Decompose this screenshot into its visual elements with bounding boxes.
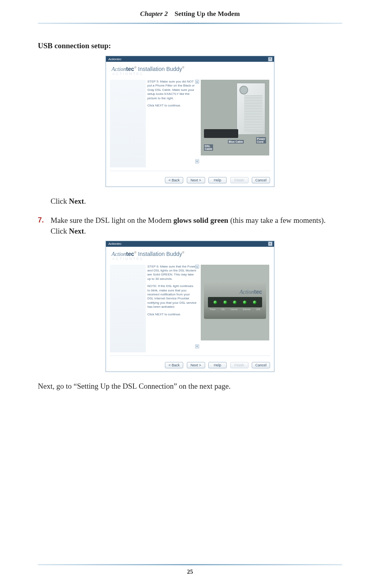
label-blue-cable: Blue Cable (228, 140, 244, 144)
wizard-step5: Actiontec ✕ Actiontec® Installation Budd… (106, 56, 274, 187)
cancel-button[interactable]: Cancel (252, 362, 270, 368)
chapter-label: Chapter 2 (140, 10, 168, 18)
led-ethernet (243, 301, 247, 304)
step5-continue: Click NEXT to continue. (147, 104, 197, 108)
wizard-image: Actiontec Power DSL Internet Ethernet US… (201, 265, 269, 340)
scroll-down-icon[interactable]: ▾ (195, 344, 199, 348)
wizard-titlebar: Actiontec ✕ (106, 56, 274, 62)
led-power (214, 301, 217, 304)
help-button[interactable]: Help (208, 362, 227, 368)
page-number: 25 (38, 568, 342, 575)
product-name: Installation Buddy (137, 66, 182, 72)
titlebar-brand: Actiontec (108, 57, 121, 61)
wizard-titlebar: Actiontec ✕ (106, 241, 274, 247)
label-power-cord: Power Cord (256, 137, 266, 144)
scroll-up-icon[interactable]: ▴ (195, 265, 199, 269)
finish-button: Finish (230, 362, 249, 368)
step6-note: NOTE: If the DSL light continues to blin… (147, 284, 197, 309)
logo-shadow: ACTIONTEC (112, 72, 270, 76)
back-button[interactable]: < Back (165, 177, 183, 183)
led-usb (253, 301, 257, 304)
finish-button: Finish (230, 177, 249, 183)
label-dsl-cable: DSL Cable (204, 144, 213, 151)
modem-graphic (204, 129, 238, 138)
step6-continue: Click NEXT to continue. (147, 313, 197, 317)
cancel-button[interactable]: Cancel (252, 177, 270, 183)
footer-rule (38, 564, 342, 565)
close-icon[interactable]: ✕ (268, 242, 272, 246)
section-heading: USB connection setup: (38, 41, 342, 50)
click-next-1: Click Next. (51, 196, 342, 207)
wizard-step6: Actiontec ✕ Actiontec® Installation Budd… (106, 241, 274, 372)
logo-italic: Action (112, 66, 126, 72)
chapter-header: Chapter 2 Setting Up the Modem (38, 10, 342, 23)
help-button[interactable]: Help (208, 177, 227, 183)
wizard-footer: < Back Next > Help Finish Cancel (106, 173, 274, 187)
wizard-header: Actiontec® Installation Buddy® ACTIONTEC (106, 247, 274, 264)
step5-text: STEP 5: Make sure you did NOT put a Phon… (147, 80, 197, 100)
titlebar-brand: Actiontec (108, 242, 121, 246)
step-7: 7. Make sure the DSL light on the Modem … (38, 215, 342, 237)
step-7-text: Make sure the DSL light on the Modem glo… (51, 215, 342, 237)
led-internet (233, 301, 237, 304)
logo-bold: tec (126, 66, 134, 72)
wizard-footer: < Back Next > Help Finish Cancel (106, 358, 274, 372)
back-button[interactable]: < Back (165, 362, 183, 368)
close-icon[interactable]: ✕ (268, 57, 272, 61)
scroll-down-icon[interactable]: ▾ (195, 159, 199, 163)
wizard-instructions: ▴ STEP 5: Make sure you did NOT put a Ph… (146, 80, 198, 167)
closing-text: Next, go to “Setting Up the DSL Connecti… (38, 381, 342, 392)
wizard-image: Blue Cable Power Cord DSL Cable (201, 80, 269, 155)
wizard-header: Actiontec® Installation Buddy® ACTIONTEC (106, 62, 274, 79)
wizard-sidebar (110, 265, 146, 352)
wizard-sidebar (110, 80, 146, 167)
scroll-up-icon[interactable]: ▴ (195, 80, 199, 84)
pc-tower-graphic (237, 83, 265, 135)
wizard-instructions: ▴ STEP 6: Make sure that the Power and D… (146, 265, 198, 352)
next-button[interactable]: Next > (187, 362, 205, 368)
next-button[interactable]: Next > (187, 177, 205, 183)
header-rule (38, 23, 342, 24)
chapter-title: Setting Up the Modem (174, 10, 240, 18)
led-dsl (223, 301, 227, 304)
modem-front-graphic: Actiontec Power DSL Internet Ethernet US… (204, 281, 266, 319)
step6-text: STEP 6: Make sure that the Power and DSL… (147, 265, 197, 281)
page-footer: 25 (38, 564, 342, 575)
list-number: 7. (38, 215, 45, 237)
